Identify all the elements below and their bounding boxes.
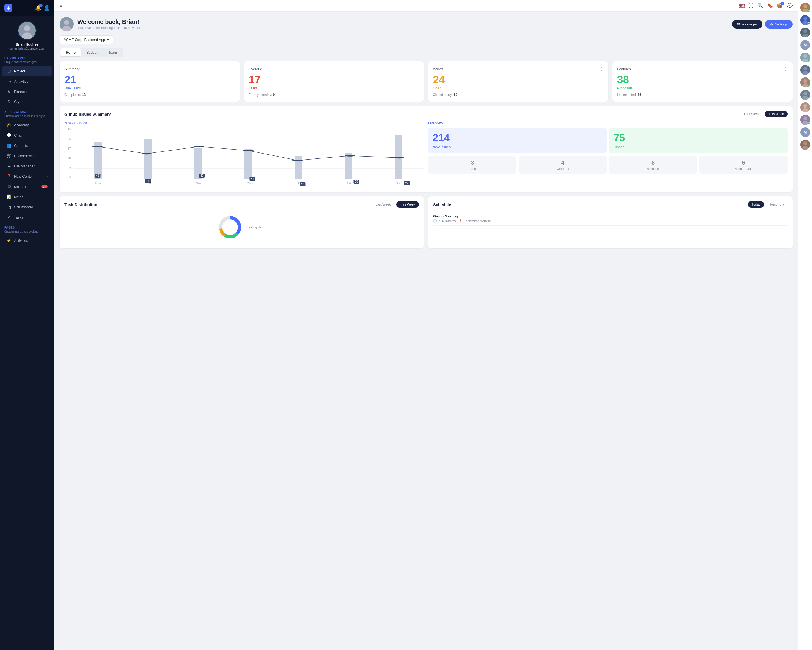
triage-num: 6	[702, 159, 786, 166]
stat-footer: From yesterday: 9	[249, 93, 420, 97]
tab-home[interactable]: Home	[60, 49, 81, 57]
new-issues-label: New Issues	[432, 145, 602, 149]
topbar-right: 🇺🇸 ⛶ 🔍 🔖 📦 5 💬	[739, 3, 792, 9]
right-panel: M M	[798, 0, 812, 650]
sidebar-top-icons: 🔔 3 👤	[35, 5, 50, 11]
sidebar-item-notes[interactable]: 📝 Notes	[2, 192, 52, 202]
sidebar-item-chat[interactable]: 💬 Chat	[2, 130, 52, 140]
wontfix-num: 4	[521, 159, 605, 166]
tasks-icon: ✓	[6, 215, 11, 220]
last-week-btn[interactable]: Last Week	[740, 111, 763, 117]
right-avatar-8[interactable]	[800, 102, 810, 112]
sidebar-item-scrumboard[interactable]: 🗂 Scrumboard	[2, 202, 52, 212]
github-title: Github Issues Summary	[64, 112, 111, 116]
bar-sat	[345, 153, 353, 179]
tomorrow-btn[interactable]: Tomorrow	[766, 201, 788, 208]
more-options-icon[interactable]: ⋮	[231, 66, 235, 72]
chevron-right-icon[interactable]: ›	[786, 216, 788, 220]
task-dist-title: Task Distribution	[64, 202, 97, 207]
chart-yaxis: 45 36 27 18 9 0	[64, 128, 71, 179]
sidebar-item-ecommerce[interactable]: 🛒 ECommerce ›	[2, 151, 52, 161]
more-options-icon[interactable]: ⋮	[415, 66, 419, 72]
user-circle-icon[interactable]: 👤	[44, 5, 50, 11]
filemanager-icon: ☁	[6, 164, 11, 168]
tab-team[interactable]: Team	[103, 49, 122, 57]
app-logo[interactable]: ◈	[4, 4, 12, 12]
sidebar-item-project[interactable]: ⊞ Project	[2, 66, 52, 76]
svg-point-39	[803, 104, 807, 108]
notification-icon[interactable]: 🔔 3	[35, 5, 41, 11]
content-area: Welcome back, Brian! You have 2 new mess…	[54, 12, 798, 650]
welcome-subtitle: You have 2 new messages and 15 new tasks	[78, 26, 142, 30]
nav-label: Chat	[14, 133, 21, 137]
analytics-icon: ◷	[6, 79, 11, 84]
flag-icon[interactable]: 🇺🇸	[739, 3, 745, 9]
online-indicator	[808, 10, 810, 12]
right-avatar-m2[interactable]: M	[800, 127, 810, 137]
right-avatar-9[interactable]	[800, 115, 810, 125]
bookmark-icon[interactable]: 🔖	[767, 3, 773, 9]
right-avatar-2[interactable]	[800, 15, 810, 25]
sidebar-item-academy[interactable]: 🎓 Academy	[2, 120, 52, 130]
right-avatar-4[interactable]	[800, 52, 810, 62]
activities-icon: ⚡	[6, 238, 11, 243]
nav-label: Analytics	[14, 80, 28, 83]
right-avatar-7[interactable]	[800, 90, 810, 99]
triage-label: Needs Triage	[702, 167, 786, 170]
reopened-card: 8 Re-opened	[609, 156, 697, 174]
messages-icon[interactable]: 💬	[786, 3, 792, 9]
messages-button[interactable]: ✉ Messages	[732, 20, 762, 29]
right-avatar-m1[interactable]: M	[800, 40, 810, 50]
task-week-toggle: Last Week This Week	[372, 201, 419, 208]
sidebar-item-tasks[interactable]: ✓ Tasks	[2, 213, 52, 222]
svg-point-1	[24, 26, 30, 31]
section-sub-dashboards: Unique dashboard designs	[0, 61, 54, 66]
svg-point-36	[803, 92, 807, 95]
right-avatar-1[interactable]	[800, 3, 810, 12]
more-options-icon[interactable]: ⋮	[783, 66, 788, 72]
stat-card-header: Overdue ⋮	[249, 66, 420, 72]
sidebar-item-crypto[interactable]: $ Crypto	[2, 97, 52, 106]
right-avatar-3[interactable]	[800, 28, 810, 37]
chart-inner	[73, 128, 424, 179]
inbox-icon[interactable]: 📦 5	[777, 3, 783, 9]
sidebar-item-activities[interactable]: ⚡ Activities	[2, 236, 52, 245]
notes-icon: 📝	[6, 194, 11, 199]
tab-budget[interactable]: Budget	[81, 49, 103, 57]
github-layout: New vs. Closed 45 36 27 18 9 0	[64, 121, 788, 187]
schedule-toggle: Today Tomorrow	[748, 201, 788, 208]
right-avatar-10[interactable]	[800, 140, 810, 150]
sidebar-item-analytics[interactable]: ◷ Analytics	[2, 76, 52, 86]
task-distribution-card: Task Distribution Last Week This Week Lo…	[60, 196, 424, 248]
stat-footer: Closed today: 19	[433, 93, 604, 97]
chat-icon: 💬	[6, 133, 11, 138]
right-avatar-6[interactable]	[800, 78, 810, 87]
today-btn[interactable]: Today	[748, 201, 764, 208]
settings-button[interactable]: ⚙ Settings	[765, 20, 792, 29]
stat-number: 38	[617, 74, 788, 85]
fullscreen-icon[interactable]: ⛶	[749, 3, 754, 9]
new-issues-card: 214 New Issues	[428, 128, 607, 153]
task-this-week-btn[interactable]: This Week	[396, 201, 419, 208]
welcome-bar: Welcome back, Brian! You have 2 new mess…	[60, 17, 792, 31]
stat-card-features: Features ⋮ 38 Proposals Implemented: 16	[612, 61, 793, 102]
sidebar-item-contacts[interactable]: 👥 Contacts	[2, 141, 52, 150]
bars-row	[73, 128, 424, 179]
sidebar-item-helpcenter[interactable]: ❓ Help Center ›	[2, 171, 52, 181]
overview-area: Overview 214 New Issues 75 Closed	[428, 121, 788, 187]
project-selector[interactable]: ACME Corp. Backend App ▾	[60, 35, 113, 44]
sidebar-item-finance[interactable]: ◈ Finance	[2, 87, 52, 96]
task-last-week-btn[interactable]: Last Week	[372, 201, 394, 208]
hamburger-menu[interactable]: ≡	[60, 3, 63, 9]
right-avatar-5[interactable]	[800, 65, 810, 75]
sidebar-item-filemanager[interactable]: ☁ File Manager	[2, 161, 52, 171]
stat-label: Due Tasks	[64, 86, 235, 90]
search-icon[interactable]: 🔍	[757, 3, 763, 9]
more-options-icon[interactable]: ⋮	[599, 66, 604, 72]
schedule-event: Group Meeting 🕐 in 32 minutes 📍 Conferen…	[433, 211, 788, 226]
this-week-btn[interactable]: This Week	[765, 111, 788, 117]
svg-point-33	[803, 79, 807, 83]
chevron-right-icon: ›	[47, 154, 47, 158]
sidebar-item-mailbox[interactable]: ✉ Mailbox 27	[2, 182, 52, 191]
sidebar-header: ◈ 🔔 3 👤	[0, 0, 54, 16]
